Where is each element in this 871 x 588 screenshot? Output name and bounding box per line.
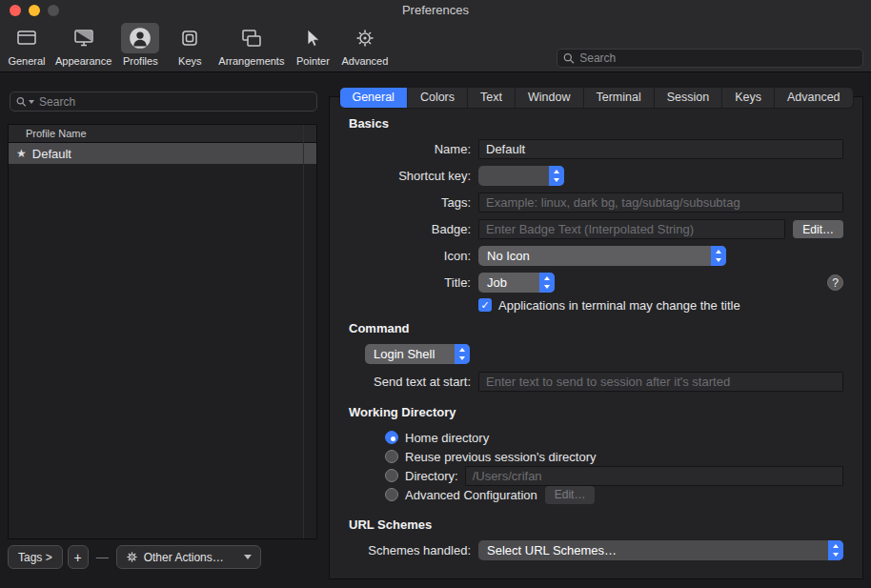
other-actions-label: Other Actions…: [144, 551, 224, 564]
toolbar-item-arrangements[interactable]: Arrangements: [218, 23, 284, 67]
toolbar-item-advanced[interactable]: Advanced: [341, 23, 388, 67]
command-type-row: Login Shell: [365, 344, 843, 364]
advanced-configuration-edit-button[interactable]: Edit…: [545, 486, 596, 504]
toolbar-item-label: Pointer: [296, 55, 330, 67]
checkmark-icon: ✓: [480, 298, 489, 312]
profiles-icon: [121, 23, 159, 53]
titlebar: Preferences: [0, 0, 871, 21]
toolbar-item-label: General: [8, 55, 45, 67]
stepper-icon: [455, 344, 470, 364]
command-type-value: Login Shell: [374, 347, 435, 361]
search-icon: [16, 96, 27, 108]
profile-tabbar: General Colors Text Window Terminal Sess…: [338, 87, 853, 109]
keys-icon: [171, 23, 209, 53]
toolbar-item-keys[interactable]: Keys: [169, 23, 211, 67]
title-dropdown[interactable]: Job: [478, 273, 555, 293]
arrangements-icon: [233, 23, 271, 53]
chevron-down-icon: [244, 555, 252, 559]
title-change-checkbox[interactable]: ✓: [478, 298, 492, 312]
name-row: Name:: [349, 139, 843, 159]
icon-dropdown[interactable]: No Icon: [478, 246, 726, 266]
badge-edit-button[interactable]: Edit…: [793, 220, 843, 238]
send-text-label: Send text at start:: [349, 375, 471, 389]
tags-row: Tags:: [349, 193, 843, 213]
pointer-icon: [294, 23, 332, 53]
add-profile-button[interactable]: +: [68, 545, 89, 569]
tab-colors[interactable]: Colors: [408, 88, 468, 108]
general-tab-content: Basics Name: Shortcut key: Tags: Badge:: [330, 97, 862, 560]
schemes-handled-row: Schemes handled: Select URL Schemes…: [349, 540, 843, 560]
preferences-window: Preferences General: [0, 0, 871, 588]
advanced-configuration-label: Advanced Configuration: [405, 488, 537, 502]
sidebar-search-input[interactable]: [39, 95, 311, 109]
custom-directory-field[interactable]: [465, 466, 843, 486]
general-icon: [8, 23, 46, 53]
sidebar-footer: Tags > + — Other Actions…: [8, 545, 261, 569]
tags-button[interactable]: Tags >: [8, 545, 63, 569]
appearance-icon: [65, 23, 103, 53]
toolbar-search[interactable]: [557, 49, 863, 68]
shortcut-key-row: Shortcut key:: [349, 166, 843, 186]
profile-name-label: Default: [32, 147, 71, 161]
stepper-icon: [539, 273, 555, 293]
search-scope-chevron-icon[interactable]: [29, 100, 34, 104]
gear-icon: [346, 23, 384, 53]
tab-keys[interactable]: Keys: [722, 88, 775, 108]
toolbar-item-appearance[interactable]: Appearance: [55, 23, 111, 67]
title-change-label: Applications in terminal may change the …: [498, 298, 740, 313]
icon-dropdown-value: No Icon: [487, 249, 530, 263]
schemes-handled-value: Select URL Schemes…: [487, 543, 617, 558]
name-label: Name:: [349, 142, 471, 156]
tab-advanced[interactable]: Advanced: [775, 88, 853, 108]
toolbar-item-pointer[interactable]: Pointer: [292, 23, 334, 67]
window-title: Preferences: [0, 3, 871, 17]
remove-profile-button[interactable]: —: [96, 550, 109, 564]
reuse-directory-label: Reuse previous session's directory: [405, 450, 596, 464]
badge-label: Badge:: [349, 222, 471, 236]
badge-field[interactable]: [478, 219, 785, 239]
help-icon: ?: [832, 276, 839, 290]
search-icon: [563, 52, 575, 65]
tab-window[interactable]: Window: [516, 88, 583, 108]
other-actions-button[interactable]: Other Actions…: [116, 545, 261, 569]
custom-directory-label: Directory:: [405, 469, 458, 483]
reuse-directory-radio[interactable]: [385, 450, 398, 463]
title-label: Title:: [349, 275, 471, 290]
shortcut-key-label: Shortcut key:: [349, 169, 471, 183]
toolbar-search-input[interactable]: [579, 51, 857, 65]
sidebar-search[interactable]: [10, 91, 317, 112]
profile-list-header[interactable]: Profile Name: [9, 125, 316, 143]
profile-row-default[interactable]: ★ Default: [9, 143, 316, 164]
help-button[interactable]: ?: [827, 274, 843, 291]
name-field[interactable]: [478, 139, 843, 159]
stepper-icon: [711, 246, 726, 266]
toolbar-item-profiles[interactable]: Profiles: [119, 23, 161, 67]
send-text-field[interactable]: [478, 372, 843, 392]
icon-label: Icon:: [349, 249, 471, 263]
url-schemes-heading: URL Schemes: [349, 517, 843, 532]
tags-field[interactable]: [478, 193, 843, 213]
tab-general[interactable]: General: [339, 88, 407, 108]
stepper-icon: [549, 166, 564, 186]
tags-label: Tags:: [349, 195, 471, 210]
basics-heading: Basics: [349, 116, 843, 131]
toolbar-item-label: Advanced: [341, 55, 388, 67]
custom-directory-radio[interactable]: [385, 469, 398, 482]
advanced-configuration-radio[interactable]: [385, 488, 398, 501]
advanced-configuration-option: Advanced Configuration Edit…: [385, 485, 843, 504]
icon-row: Icon: No Icon: [349, 246, 843, 266]
tab-text[interactable]: Text: [468, 88, 516, 108]
title-change-row: ✓ Applications in terminal may change th…: [478, 297, 843, 313]
gear-icon: [126, 551, 138, 563]
command-type-dropdown[interactable]: Login Shell: [365, 344, 470, 364]
toolbar-item-label: Profiles: [123, 55, 158, 67]
toolbar-item-general[interactable]: General: [6, 23, 48, 67]
shortcut-key-dropdown[interactable]: [478, 166, 564, 186]
home-directory-radio[interactable]: [385, 431, 398, 444]
tab-terminal[interactable]: Terminal: [583, 88, 654, 108]
profile-settings-panel: General Colors Text Window Terminal Sess…: [329, 96, 863, 579]
tab-session[interactable]: Session: [655, 88, 722, 108]
stepper-icon: [828, 540, 843, 560]
schemes-handled-dropdown[interactable]: Select URL Schemes…: [478, 540, 843, 560]
schemes-handled-label: Schemes handled:: [349, 543, 471, 558]
